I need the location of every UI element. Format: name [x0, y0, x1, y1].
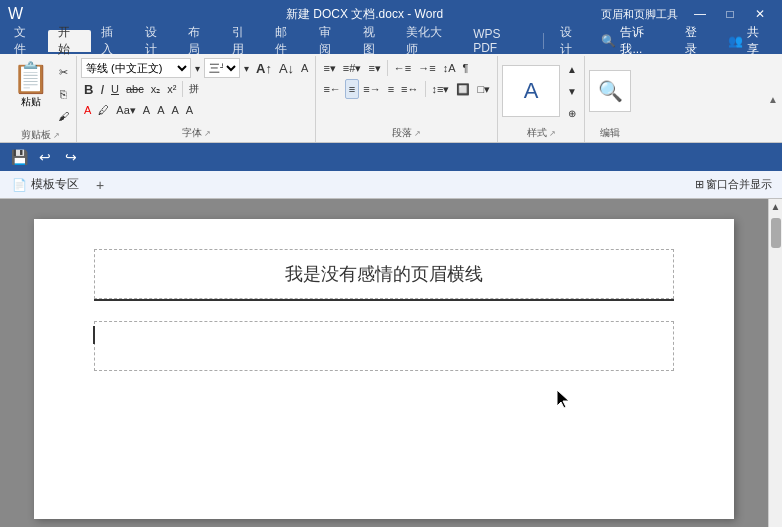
- clipboard-label: 剪贴板 ↗: [21, 126, 60, 142]
- cut-button[interactable]: ✂: [55, 62, 72, 82]
- find-replace-button[interactable]: 🔍: [589, 70, 631, 112]
- menu-design[interactable]: 设计: [135, 30, 179, 52]
- menu-review[interactable]: 审阅: [309, 30, 353, 52]
- paste-label: 粘贴: [21, 95, 41, 109]
- styles-up-button[interactable]: ▲: [564, 59, 580, 79]
- char-border-button[interactable]: A: [154, 100, 167, 120]
- menu-references[interactable]: 引用: [222, 30, 266, 52]
- scroll-up-button[interactable]: ▲: [769, 199, 782, 214]
- decrease-indent-button[interactable]: ←≡: [391, 58, 414, 78]
- paste-button[interactable]: 📋 粘贴: [8, 58, 53, 126]
- styles-expand-icon[interactable]: ↗: [549, 129, 556, 138]
- menu-wpspdf[interactable]: WPS PDF: [463, 30, 537, 52]
- align-center-button[interactable]: ≡: [345, 79, 359, 99]
- superscript-button[interactable]: x²: [164, 79, 179, 99]
- menu-mailings[interactable]: 邮件: [265, 30, 309, 52]
- menu-design-tool[interactable]: 设计: [550, 30, 594, 52]
- window-merge-button[interactable]: ⊞ 窗口合并显示: [689, 175, 778, 194]
- font-expand-button[interactable]: ▾: [192, 58, 203, 78]
- justify-button[interactable]: ≡: [385, 79, 397, 99]
- maximize-button[interactable]: □: [716, 4, 744, 24]
- align-right-button[interactable]: ≡→: [360, 79, 383, 99]
- font-size-expand[interactable]: ▾: [241, 58, 252, 78]
- styles-down-button[interactable]: ▼: [564, 81, 580, 101]
- increase-font-button[interactable]: A↑: [253, 58, 275, 78]
- clipboard-expand-icon[interactable]: ↗: [53, 131, 60, 140]
- italic-button[interactable]: I: [97, 79, 107, 99]
- bold-button[interactable]: B: [81, 79, 96, 99]
- body-box[interactable]: [94, 321, 674, 371]
- highlight-button[interactable]: 🖊: [95, 100, 112, 120]
- template-tab[interactable]: 📄 模板专区: [4, 173, 87, 196]
- document-area[interactable]: 我是没有感情的页眉横线: [0, 199, 768, 527]
- quick-access-toolbar: 💾 ↩ ↪: [0, 143, 782, 171]
- menu-home[interactable]: 开始: [48, 30, 92, 52]
- phonetic-button[interactable]: A: [169, 100, 182, 120]
- font-expand-icon[interactable]: ↗: [204, 129, 211, 138]
- menu-insert[interactable]: 插入: [91, 30, 135, 52]
- multilevel-button[interactable]: ≡▾: [365, 58, 383, 78]
- format-painter-button[interactable]: 🖌: [55, 106, 72, 126]
- subscript-button[interactable]: x₂: [148, 79, 164, 99]
- redo-button[interactable]: ↪: [60, 146, 82, 168]
- style-preview[interactable]: A: [502, 65, 560, 117]
- sort-button[interactable]: ↕A: [440, 58, 459, 78]
- document-title: 新建 DOCX 文档.docx - Word: [128, 6, 601, 23]
- char-shading-button[interactable]: A: [140, 100, 153, 120]
- styles-expand-button[interactable]: ⊕: [564, 103, 580, 123]
- close-button[interactable]: ✕: [746, 4, 774, 24]
- pinyin-button[interactable]: 拼: [186, 79, 202, 99]
- menu-view[interactable]: 视图: [353, 30, 397, 52]
- shading-button[interactable]: 🔲: [453, 79, 473, 99]
- undo-button[interactable]: ↩: [34, 146, 56, 168]
- line-spacing-button[interactable]: ↕≡▾: [429, 79, 453, 99]
- ribbon-scroll-right[interactable]: ▲: [768, 56, 778, 142]
- style-preview-text: A: [524, 78, 539, 104]
- clear-format-button[interactable]: A: [298, 58, 311, 78]
- menu-beautify[interactable]: 美化大师: [396, 30, 463, 52]
- show-marks-button[interactable]: ¶: [459, 58, 471, 78]
- font-family-select[interactable]: 等线 (中文正文): [81, 58, 191, 78]
- border-button[interactable]: □▾: [474, 79, 493, 99]
- share-button[interactable]: 👥 共享: [720, 22, 778, 60]
- paragraph-group: ≡▾ ≡#▾ ≡▾ ←≡ →≡ ↕A ¶ ≡← ≡ ≡→ ≡ ≡↔ ↕≡▾: [316, 56, 498, 142]
- clipboard-group: 📋 粘贴 ✂ ⎘ 🖌 剪贴板 ↗: [4, 56, 77, 142]
- save-button[interactable]: 💾: [8, 146, 30, 168]
- share-icon: 👥: [728, 34, 743, 48]
- document-page[interactable]: 我是没有感情的页眉横线: [34, 219, 734, 519]
- tools-label: 页眉和页脚工具: [601, 7, 678, 22]
- clipboard-sub-buttons: ✂ ⎘ 🖌: [55, 58, 72, 126]
- menu-file[interactable]: 文件: [4, 30, 48, 52]
- scrollbar-vertical[interactable]: ▲: [768, 199, 782, 527]
- case-button[interactable]: Aa▾: [113, 100, 138, 120]
- align-left-button[interactable]: ≡←: [320, 79, 343, 99]
- share-label: 共享: [747, 24, 770, 58]
- styles-arrows: ▲ ▼ ⊕: [564, 59, 580, 123]
- copy-button[interactable]: ⎘: [55, 84, 72, 104]
- minimize-button[interactable]: —: [686, 4, 714, 24]
- document-content: 我是没有感情的页眉横线: [34, 219, 734, 401]
- distribute-button[interactable]: ≡↔: [398, 79, 421, 99]
- increase-indent-button[interactable]: →≡: [415, 58, 438, 78]
- menu-layout[interactable]: 布局: [178, 30, 222, 52]
- paragraph-label: 段落 ↗: [320, 124, 493, 140]
- title-bar-left: W: [8, 5, 128, 23]
- font-color-button[interactable]: A: [81, 100, 94, 120]
- main-layout: 我是没有感情的页眉横线 ▲: [0, 199, 782, 527]
- decrease-font-button[interactable]: A↓: [276, 58, 297, 78]
- header-section[interactable]: 我是没有感情的页眉横线: [94, 249, 674, 301]
- header-box: 我是没有感情的页眉横线: [94, 249, 674, 299]
- editing-content: 🔍: [589, 58, 631, 124]
- doc-icon: 📄: [12, 178, 27, 192]
- strikethrough-button[interactable]: abc: [123, 79, 147, 99]
- encircle-button[interactable]: A: [183, 100, 196, 120]
- bullets-button[interactable]: ≡▾: [320, 58, 338, 78]
- numbering-button[interactable]: ≡#▾: [340, 58, 365, 78]
- login-button[interactable]: 登录: [677, 22, 716, 60]
- add-tab-button[interactable]: +: [89, 174, 111, 196]
- underline-button[interactable]: U: [108, 79, 122, 99]
- scroll-thumb[interactable]: [771, 218, 781, 248]
- font-size-select[interactable]: 三号: [204, 58, 240, 78]
- tell-me-button[interactable]: 🔍 告诉我...: [593, 22, 672, 60]
- paragraph-expand-icon[interactable]: ↗: [414, 129, 421, 138]
